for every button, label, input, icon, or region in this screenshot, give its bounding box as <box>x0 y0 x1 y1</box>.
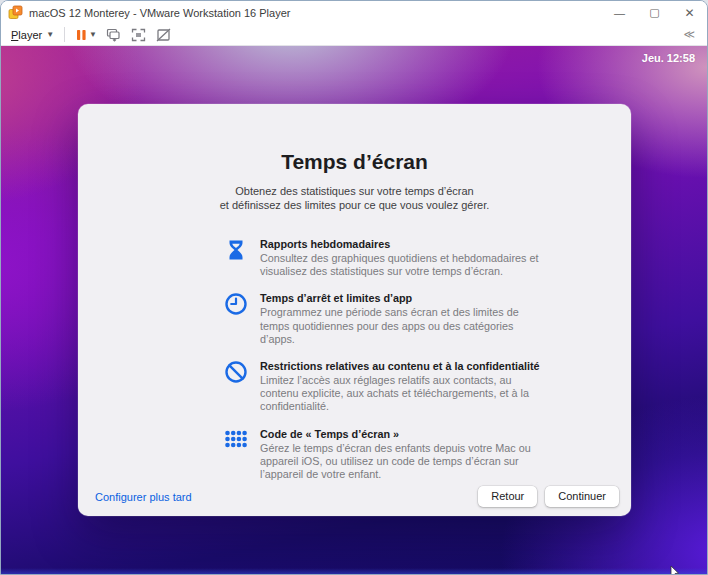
minimize-button[interactable]: — <box>602 1 637 24</box>
feature-title: Restrictions relatives au contenu et à l… <box>260 360 542 373</box>
prohibition-icon <box>224 360 248 384</box>
feature-list: Rapports hebdomadaires Consultez des gra… <box>78 238 631 481</box>
toolbar-divider <box>64 27 65 42</box>
feature-weekly-reports: Rapports hebdomadaires Consultez des gra… <box>224 238 631 278</box>
maximize-button[interactable]: ▢ <box>637 1 672 24</box>
dialog-footer: Configurer plus tard Retour Continuer <box>95 486 619 507</box>
clock-icon <box>224 292 248 316</box>
feature-description: Consultez des graphiques quotidiens et h… <box>260 252 542 278</box>
hourglass-icon <box>224 238 248 262</box>
macos-menubar: Jeu. 12:58 <box>1 46 707 70</box>
page-title: Temps d’écran <box>78 150 631 174</box>
chevron-down-icon: ▼ <box>46 31 54 39</box>
screen-time-setup-dialog: Temps d’écran Obtenez des statistiques s… <box>78 104 631 516</box>
feature-description: Programmez une période sans écran et des… <box>260 306 542 346</box>
vmware-player-logo-icon <box>8 5 23 20</box>
send-ctrl-alt-del-button[interactable] <box>106 28 121 42</box>
subtitle-line-2: et définissez des limites pour ce que vo… <box>220 199 490 211</box>
chevron-down-icon: ▼ <box>89 30 97 39</box>
menubar-clock[interactable]: Jeu. 12:58 <box>642 52 695 64</box>
window-titlebar: macOS 12 Monterey - VMware Workstation 1… <box>1 1 707 24</box>
player-menu[interactable]: Player ▼ <box>9 29 56 41</box>
feature-title: Temps d’arrêt et limites d’app <box>260 292 542 305</box>
collapse-toolbar-icon[interactable]: ≪ <box>683 28 699 41</box>
feature-description: Limitez l’accès aux réglages relatifs au… <box>260 374 542 414</box>
configure-later-link[interactable]: Configurer plus tard <box>95 491 192 503</box>
window-controls: — ▢ ✕ <box>602 1 707 24</box>
send-ctrl-alt-del-icon <box>106 28 121 42</box>
back-button[interactable]: Retour <box>478 486 537 507</box>
close-button[interactable]: ✕ <box>672 1 707 24</box>
feature-content-privacy-restrictions: Restrictions relatives au contenu et à l… <box>224 360 631 414</box>
feature-title: Code de « Temps d’écran » <box>260 428 542 441</box>
pause-vm-button[interactable]: ▼ <box>73 27 100 43</box>
enter-fullscreen-button[interactable] <box>131 28 146 42</box>
pause-icon <box>76 29 87 41</box>
vmware-player-window: macOS 12 Monterey - VMware Workstation 1… <box>0 0 708 575</box>
continue-button[interactable]: Continuer <box>545 486 619 507</box>
feature-downtime-limits: Temps d’arrêt et limites d’app Programme… <box>224 292 631 346</box>
unity-mode-icon <box>156 28 171 42</box>
enter-fullscreen-icon <box>131 28 146 42</box>
mouse-cursor-icon <box>670 565 680 574</box>
vm-display: Jeu. 12:58 Temps d’écran Obtenez des sta… <box>1 46 707 574</box>
feature-title: Rapports hebdomadaires <box>260 238 542 251</box>
player-menu-label: Player <box>11 29 42 41</box>
unity-mode-button[interactable] <box>156 28 171 42</box>
window-title: macOS 12 Monterey - VMware Workstation 1… <box>29 7 290 19</box>
feature-screen-time-passcode: Code de « Temps d’écran » Gérez le temps… <box>224 428 631 482</box>
vmware-toolbar: Player ▼ ▼ <box>1 24 707 46</box>
page-subtitle: Obtenez des statistiques sur votre temps… <box>78 185 631 212</box>
feature-description: Gérez le temps d’écran des enfants depui… <box>260 442 542 482</box>
subtitle-line-1: Obtenez des statistiques sur votre temps… <box>235 185 473 197</box>
passcode-dots-icon <box>224 428 248 452</box>
